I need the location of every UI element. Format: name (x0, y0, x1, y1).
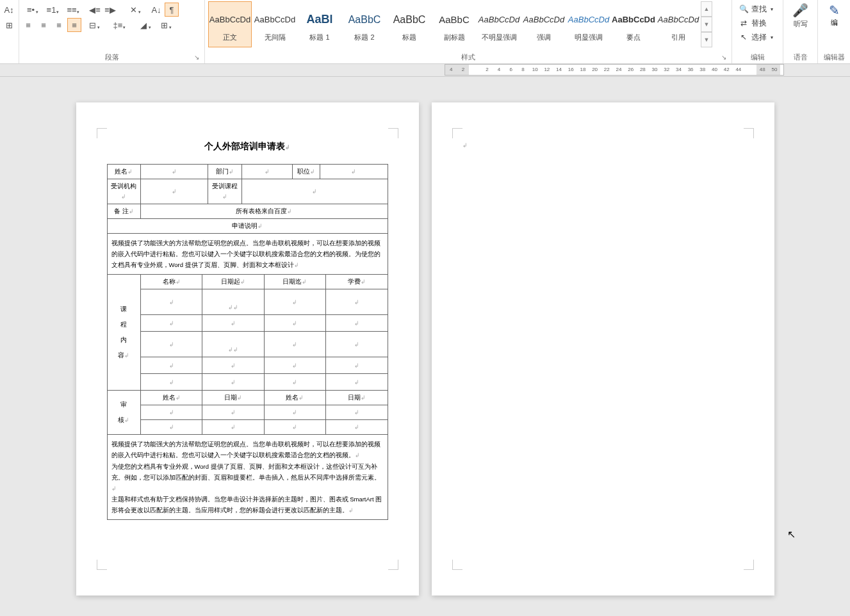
style-scroll-more[interactable]: ▼ (701, 32, 712, 47)
styles-group: AaBbCcDd正文 AaBbCcDd无间隔 AaBl标题 1 AaBbC标题 … (205, 0, 732, 63)
crop-mark (744, 128, 754, 138)
asian-layout-btn[interactable]: ✕ (124, 3, 143, 17)
crop-mark (452, 128, 462, 138)
style-subtle-emphasis[interactable]: AaBbCcDd不明显强调 (477, 1, 521, 47)
search-icon: 🔍 (739, 4, 749, 13)
styles-label: 样式 (205, 53, 731, 62)
voice-group: 🎤 听写 语音 (783, 0, 818, 63)
style-nospacing[interactable]: AaBbCcDd无间隔 (253, 1, 297, 47)
edit-label: 编辑 (732, 53, 783, 62)
table-row (107, 289, 388, 315)
cursor-icon: ↖ (739, 33, 749, 42)
sort-btn[interactable]: A↓ (149, 3, 163, 17)
styles-expand[interactable]: ↘ (721, 54, 729, 61)
line-spacing-btn[interactable]: ‡≡ (108, 18, 127, 32)
find-btn[interactable]: 🔍查找▾ (739, 3, 776, 15)
style-emphasis[interactable]: AaBbCcDd强调 (522, 1, 566, 47)
indent-decrease-btn[interactable]: ◀≡ (88, 3, 102, 17)
paragraph-group: ≡• ≡1 ≡≡ ◀≡ ≡▶ ✕ A↓ ¶ ≡ ≡ ≡ ≡ ⊟ ‡≡ (19, 0, 205, 63)
table-row: 备 注 所有表格来自百度 (107, 204, 388, 219)
paragraph-label: 段落 (19, 53, 204, 62)
crop-mark (97, 128, 107, 138)
horizontal-ruler[interactable]: 4 2 2 4 6 8 10 12 14 16 18 20 22 24 26 2… (445, 64, 784, 76)
style-normal[interactable]: AaBbCcDd正文 (208, 1, 252, 47)
edit-group: 🔍查找▾ ⇄替换 ↖选择▾ 编辑 (732, 0, 783, 63)
bullet-list-btn[interactable]: ≡• (21, 3, 40, 17)
style-gallery: AaBbCcDd正文 AaBbCcDd无间隔 AaBl标题 1 AaBbC标题 … (208, 1, 701, 47)
style-heading2[interactable]: AaBbC标题 2 (343, 1, 386, 47)
dictate-btn[interactable]: 🎤 听写 (783, 0, 817, 31)
course-table[interactable]: 课程内容 名称 日期起 日期迄 学费 (107, 274, 388, 391)
table-row: 姓名 部门 职位 (107, 165, 388, 179)
style-scroll-down[interactable]: ▼ (701, 17, 712, 32)
ruler-area: 4 2 2 4 6 8 10 12 14 16 18 20 22 24 26 2… (0, 64, 850, 77)
style-scroll: ▲ ▼ ▼ (701, 1, 712, 47)
multilevel-list-btn[interactable]: ≡≡ (62, 3, 81, 17)
table-row: 申请说明 (107, 219, 388, 234)
style-strong[interactable]: AaBbCcDd要点 (612, 1, 655, 47)
crop-mark (97, 560, 107, 570)
align-justify-btn[interactable]: ≡ (67, 18, 81, 32)
style-title[interactable]: AaBbC标题 (388, 1, 431, 47)
table-row (107, 374, 388, 391)
table-row: 受训机构 受训课程 (107, 179, 388, 204)
editor-label: 编辑器 (818, 53, 850, 62)
crop-mark (388, 560, 398, 570)
form-table[interactable]: 姓名 部门 职位 受训机构 受训课程 备 注 所有表格来自百度 (107, 164, 388, 275)
ribbon: A↕ ⊞ ≡• ≡1 ≡≡ ◀≡ ≡▶ ✕ A↓ ¶ ≡ ≡ ≡ (0, 0, 850, 64)
indent-increase-btn[interactable]: ≡▶ (103, 3, 117, 17)
shading-btn[interactable]: ◢ (134, 18, 153, 32)
table-row (107, 315, 388, 332)
page-2[interactable] (432, 102, 774, 596)
text-direction-btn[interactable]: A↕ (2, 3, 16, 17)
align-center-btn[interactable]: ≡ (37, 18, 51, 32)
replace-icon: ⇄ (739, 19, 749, 28)
editor-group: ✎ 编 编辑器 (818, 0, 850, 63)
editor-icon: ✎ (829, 3, 840, 18)
mic-icon: 🎤 (792, 3, 808, 18)
style-subtitle[interactable]: AaBbC副标题 (432, 1, 476, 47)
align-right-btn[interactable]: ≡ (52, 18, 66, 32)
table-row (107, 420, 388, 435)
table-row (107, 357, 388, 374)
style-heading1[interactable]: AaBl标题 1 (298, 1, 341, 47)
page-1[interactable]: 个人外部培训申请表 姓名 部门 职位 受训机构 受训课程 备 (76, 102, 419, 596)
crop-mark (452, 560, 462, 570)
style-scroll-up[interactable]: ▲ (701, 1, 712, 17)
editor-btn[interactable]: ✎ 编 (818, 0, 850, 30)
voice-label: 语音 (783, 53, 817, 62)
table-row: 审核 姓名 日期 姓名 日期 (107, 391, 388, 405)
replace-btn[interactable]: ⇄替换 (739, 17, 776, 29)
table-row: 视频提供了功能强大的方法帮助您证明您的观点。当您单击联机视频时，可以在想要添加的… (107, 435, 388, 520)
char-border-btn[interactable]: ⊞ (2, 18, 16, 32)
workspace[interactable]: 个人外部培训申请表 姓名 部门 职位 受训机构 受训课程 备 (0, 77, 850, 616)
crop-mark (388, 128, 398, 138)
select-btn[interactable]: ↖选择▾ (739, 31, 776, 44)
table-row: 视频提供了功能强大的方法帮助您证明您的观点。当您单击联机视频时，可以在想要添加的… (107, 234, 388, 275)
style-intense-emphasis[interactable]: AaBbCcDd明显强调 (567, 1, 610, 47)
review-table[interactable]: 审核 姓名 日期 姓名 日期 视频提供了功能强大的方法帮助您证明您的观点。当您单… (107, 390, 388, 520)
empty-para[interactable] (462, 141, 744, 149)
table-row: 课程内容 名称 日期起 日期迄 学费 (107, 275, 388, 289)
doc-title[interactable]: 个人外部培训申请表 (107, 141, 388, 152)
crop-mark (744, 560, 754, 570)
align-distribute-btn[interactable]: ⊟ (83, 18, 102, 32)
table-row (107, 332, 388, 357)
style-quote[interactable]: AaBbCcDd引用 (657, 1, 700, 47)
show-marks-btn[interactable]: ¶ (165, 3, 179, 17)
borders-btn[interactable]: ⊞ (154, 18, 174, 32)
textbox-group: A↕ ⊞ (0, 0, 19, 63)
number-list-btn[interactable]: ≡1 (42, 3, 61, 17)
course-vert: 课程内容 (107, 275, 141, 391)
align-left-btn[interactable]: ≡ (21, 18, 35, 32)
table-row (107, 405, 388, 420)
paragraph-expand[interactable]: ↘ (194, 54, 202, 61)
